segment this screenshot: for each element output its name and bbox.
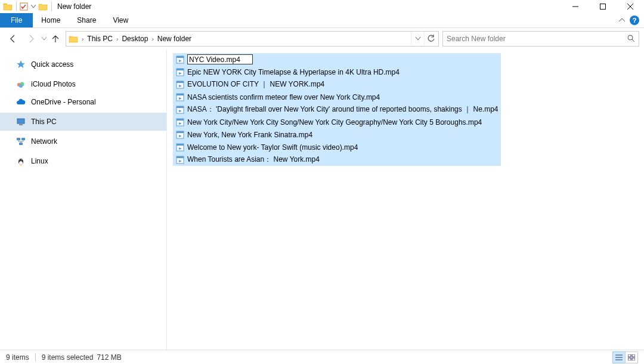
svg-rect-12 [19,143,23,145]
svg-rect-41 [632,358,635,360]
separator [16,2,17,11]
view-toggles [613,351,638,363]
file-item[interactable]: New York City/New York City Song/New Yor… [173,116,501,128]
star-icon [16,59,26,70]
tab-share[interactable]: Share [69,13,104,27]
close-button[interactable] [617,0,644,13]
nav-forward-button[interactable] [23,30,39,47]
separator [35,353,36,362]
video-file-icon [175,55,185,64]
sidebar-item-label: Network [31,137,57,146]
svg-rect-11 [21,138,25,140]
window-title: New folder [57,2,91,11]
chevron-right-icon[interactable]: › [82,36,83,42]
sidebar-item-network[interactable]: Network [0,132,166,150]
file-name: New York City/New York City Song/New Yor… [187,118,482,127]
ribbon-expand-icon[interactable] [619,16,625,24]
title-bar: New folder [0,0,644,13]
sidebar-item-linux[interactable]: Linux [0,152,166,170]
video-file-icon [175,92,185,102]
file-name: When Tourists are Asian： New York.mp4 [187,155,320,165]
svg-rect-22 [177,81,184,83]
svg-rect-30 [177,131,184,133]
folder-icon [38,1,48,12]
address-bar[interactable]: › This PC › Desktop › New folder [66,31,439,47]
file-name: NASA： 'Daylight fireball over New York C… [187,104,498,115]
ribbon-right: ? [619,13,644,27]
file-item[interactable]: EVOLUTION OF CITY ｜ NEW YORK.mp4 [173,78,501,91]
chevron-down-icon[interactable] [30,1,36,12]
view-large-icons-button[interactable] [625,351,638,363]
file-item[interactable]: When Tourists are Asian： New York.mp4 [173,153,501,166]
chevron-right-icon[interactable]: › [116,36,118,42]
file-item[interactable]: Epic NEW YORK City Timelapse & Hyperlaps… [173,66,501,78]
svg-rect-32 [177,144,184,146]
status-bar: 9 items 9 items selected 712 MB [0,350,644,364]
svg-rect-8 [17,119,24,124]
file-name: Welcome to New york- Taylor Swift (music… [187,143,358,152]
svg-rect-40 [628,358,631,360]
address-dropdown-button[interactable] [411,32,424,46]
sidebar-item-label: Linux [31,157,48,165]
svg-rect-26 [177,106,184,108]
video-file-icon [175,130,185,140]
nav-back-button[interactable] [5,30,21,47]
file-item[interactable]: Welcome to New york- Taylor Swift (music… [173,141,501,153]
sidebar-item-onedrive-personal[interactable]: OneDrive - Personal [0,93,166,111]
svg-rect-9 [19,124,23,125]
svg-point-3 [628,35,633,40]
cloud-icon [16,97,26,107]
search-icon [627,34,635,44]
navigation-pane: Quick accessiCloud PhotosOneDrive - Pers… [0,50,167,350]
search-input[interactable]: Search New folder [442,31,639,47]
file-list-pane[interactable]: NYC Video.mp4Epic NEW YORK City Timelaps… [167,50,644,350]
svg-rect-20 [177,69,184,70]
view-details-button[interactable] [612,351,626,363]
maximize-button[interactable] [589,0,617,13]
video-file-icon [175,67,185,77]
pc-icon [16,116,26,127]
chevron-right-icon[interactable]: › [151,36,153,42]
file-item[interactable]: New York, New York Frank Sinatra.mp4 [173,128,501,141]
svg-rect-2 [600,4,606,10]
folder-icon [67,33,79,45]
svg-rect-39 [632,354,635,357]
video-file-icon [175,105,185,115]
tab-view[interactable]: View [104,13,137,27]
ribbon-tabs: File Home Share View ? [0,13,644,28]
file-name: Epic NEW YORK City Timelapse & Hyperlaps… [187,68,400,76]
file-item[interactable]: NASA scientists confirm meteor flew over… [173,91,501,103]
video-file-icon [175,80,185,90]
tab-file[interactable]: File [0,13,33,27]
help-icon[interactable]: ? [630,16,639,25]
file-name[interactable]: NYC Video.mp4 [187,54,253,64]
nav-up-button[interactable] [49,30,62,47]
sidebar-item-label: This PC [31,118,57,126]
status-selection-size: 712 MB [97,353,121,362]
icloud-icon [16,79,26,90]
refresh-button[interactable] [424,32,437,46]
file-name: EVOLUTION OF CITY ｜ NEW YORK.mp4 [187,79,324,90]
tab-file-label: File [11,16,22,24]
file-item[interactable]: NASA： 'Daylight fireball over New York C… [173,103,501,116]
minimize-button[interactable] [562,0,589,13]
network-icon [16,136,26,147]
file-item[interactable]: NYC Video.mp4 [173,53,501,66]
svg-point-15 [20,159,21,161]
breadcrumb-item[interactable]: This PC [86,35,114,43]
status-selection-count: 9 items selected [42,353,94,362]
sidebar-item-this-pc[interactable]: This PC [0,113,166,131]
file-name: NASA scientists confirm meteor flew over… [187,93,380,101]
breadcrumb-item[interactable]: Desktop [120,35,149,43]
recent-locations-icon[interactable] [41,37,48,41]
tab-view-label: View [113,16,128,24]
tab-home[interactable]: Home [33,13,69,27]
separator [51,2,52,11]
breadcrumb-item[interactable]: New folder [156,35,193,43]
status-item-count: 9 items [6,353,29,362]
video-file-icon [175,118,185,127]
sidebar-item-icloud-photos[interactable]: iCloud Photos [0,75,166,93]
sidebar-item-quick-access[interactable]: Quick access [0,55,166,73]
svg-rect-34 [177,156,184,158]
qat-properties-icon[interactable] [18,1,29,12]
